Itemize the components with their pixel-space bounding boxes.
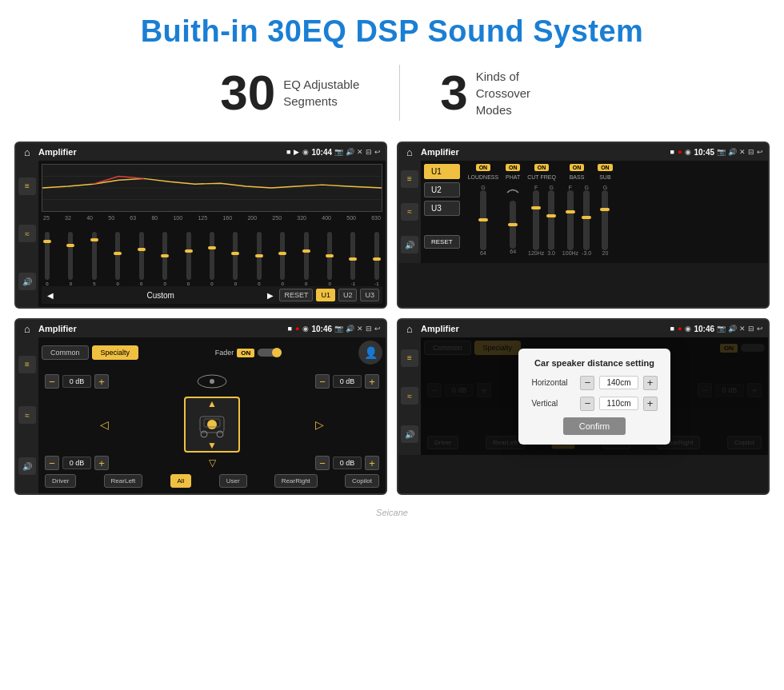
- speaker-content: ≡ ≈ 🔊 Common Specialty Fader ON: [16, 337, 386, 493]
- eq-u3-btn[interactable]: U3: [360, 289, 379, 301]
- eq-u2-btn[interactable]: U2: [338, 289, 358, 301]
- back-icon-2: ↩: [757, 148, 763, 156]
- loudness-toggle[interactable]: ON: [476, 164, 491, 171]
- home-icon-4[interactable]: ⌂: [403, 322, 416, 335]
- crossover-sidebar: ≡ ≈ 🔊: [398, 161, 421, 263]
- right-arrow-btn[interactable]: ▷: [315, 418, 324, 431]
- left-arrow-btn[interactable]: ◁: [100, 418, 109, 431]
- horizontal-plus[interactable]: +: [643, 376, 658, 390]
- u3-btn[interactable]: U3: [424, 201, 460, 216]
- eq-slider-14[interactable]: -1: [350, 232, 355, 286]
- eq-slider-7[interactable]: 0: [186, 232, 191, 286]
- time-2: 10:45: [694, 148, 714, 157]
- fader-label: Fader: [215, 349, 234, 357]
- record-icon-1: ■: [286, 148, 290, 156]
- volume-icon-2: 🔊: [728, 148, 737, 156]
- bass-toggle[interactable]: ON: [570, 164, 585, 171]
- all-btn[interactable]: All: [170, 474, 192, 488]
- sidebar-wave-btn-3[interactable]: ≈: [18, 406, 36, 424]
- eq-reset-btn[interactable]: RESET: [279, 289, 313, 301]
- sidebar-wave-btn[interactable]: ≈: [18, 225, 36, 242]
- eq-slider-6[interactable]: 0: [162, 232, 167, 286]
- eq-slider-5[interactable]: 0: [139, 232, 144, 286]
- phat-toggle[interactable]: ON: [506, 164, 521, 171]
- horizontal-label: Horizontal: [531, 378, 575, 387]
- horizontal-minus[interactable]: −: [580, 376, 594, 390]
- db-control-tr: − 0 dB +: [315, 374, 379, 389]
- db-minus-tr[interactable]: −: [315, 374, 330, 389]
- u2-btn[interactable]: U2: [424, 182, 460, 197]
- home-icon-3[interactable]: ⌂: [21, 322, 34, 335]
- status-bar-3: ⌂ Amplifier ■ ● ◉ 10:46 📷 🔊 ✕ ⊟ ↩: [16, 320, 386, 337]
- stat-eq-number: 30: [220, 68, 275, 118]
- sidebar-vol-btn[interactable]: 🔊: [18, 273, 36, 290]
- eq-slider-15[interactable]: -1: [374, 232, 379, 286]
- vertical-value: 110cm: [599, 397, 638, 410]
- eq-slider-12[interactable]: 0: [304, 232, 309, 286]
- eq-slider-4[interactable]: 0: [115, 232, 120, 286]
- speaker-top-center: [192, 369, 232, 393]
- db-minus-tl[interactable]: −: [45, 374, 59, 389]
- eq-next-btn[interactable]: ▶: [265, 290, 276, 301]
- db-plus-br[interactable]: +: [365, 456, 379, 470]
- eq-slider-8[interactable]: 0: [210, 232, 214, 286]
- eq-u1-btn[interactable]: U1: [316, 289, 335, 301]
- rear-left-btn[interactable]: RearLeft: [104, 474, 143, 488]
- eq-prev-btn[interactable]: ◀: [45, 290, 56, 301]
- screens-grid: ⌂ Amplifier ■ ▶ ◉ 10:44 📷 🔊 ✕ ⊟ ↩ ≡ ≈ 🔊: [0, 135, 784, 505]
- home-icon-2[interactable]: ⌂: [403, 146, 416, 158]
- horizontal-row: Horizontal − 140cm +: [531, 376, 657, 390]
- db-plus-tr[interactable]: +: [365, 374, 379, 389]
- sidebar-vol-btn-2[interactable]: 🔊: [401, 236, 418, 253]
- driver-btn[interactable]: Driver: [45, 474, 76, 488]
- db-minus-bl[interactable]: −: [45, 456, 59, 470]
- app-title-4: Amplifier: [421, 324, 667, 333]
- bottom-center-arrow: ▽: [209, 457, 216, 469]
- sub-toggle[interactable]: ON: [598, 164, 613, 171]
- location-icon-2: ◉: [685, 148, 691, 156]
- tab-common[interactable]: Common: [42, 345, 89, 360]
- rear-right-btn[interactable]: RearRight: [274, 474, 318, 488]
- copilot-btn[interactable]: Copilot: [345, 474, 379, 488]
- db-minus-br[interactable]: −: [315, 456, 330, 470]
- window-icon-2: ⊟: [748, 148, 754, 156]
- eq-slider-1[interactable]: 0: [45, 232, 50, 286]
- volume-icon-3: 🔊: [346, 325, 354, 333]
- sidebar-wave-btn-2[interactable]: ≈: [401, 203, 418, 221]
- svg-rect-7: [204, 419, 220, 427]
- eq-display: 2532 4050 6380 100125 160200 250320 4005…: [38, 161, 386, 307]
- window-icon-1: ⊟: [366, 148, 372, 156]
- u1-btn[interactable]: U1: [424, 164, 460, 179]
- db-plus-bl[interactable]: +: [94, 456, 109, 470]
- confirm-btn[interactable]: Confirm: [563, 417, 626, 435]
- eq-slider-2[interactable]: 0: [68, 232, 73, 286]
- sidebar-eq-btn[interactable]: ≡: [18, 177, 36, 195]
- eq-slider-3[interactable]: 5: [92, 232, 97, 286]
- sidebar-wave-btn-4[interactable]: ≈: [401, 387, 418, 405]
- reset-btn[interactable]: RESET: [424, 235, 460, 249]
- eq-slider-10[interactable]: 0: [257, 232, 262, 286]
- play-icon-1: ▶: [294, 148, 299, 156]
- vertical-minus[interactable]: −: [580, 397, 594, 411]
- app-title-2: Amplifier: [421, 147, 667, 157]
- sidebar-vol-btn-4[interactable]: 🔊: [401, 425, 418, 443]
- eq-slider-13[interactable]: 0: [327, 232, 332, 286]
- sidebar-vol-btn-3[interactable]: 🔊: [18, 457, 36, 475]
- app-title-3: Amplifier: [38, 324, 285, 333]
- back-icon-3: ↩: [374, 325, 381, 333]
- record-icon-3: ■: [288, 325, 292, 333]
- user-btn[interactable]: User: [219, 474, 247, 488]
- sidebar-eq-btn-3[interactable]: ≡: [18, 356, 36, 373]
- vertical-plus[interactable]: +: [643, 397, 658, 411]
- sidebar-eq-btn-4[interactable]: ≡: [401, 349, 418, 367]
- close-icon-3: ✕: [357, 325, 363, 333]
- camera-icon-2: 📷: [717, 148, 726, 156]
- tab-specialty[interactable]: Specialty: [92, 345, 139, 360]
- eq-slider-11[interactable]: 0: [280, 232, 285, 286]
- cutfreq-toggle[interactable]: ON: [534, 164, 550, 171]
- home-icon-1[interactable]: ⌂: [21, 146, 34, 158]
- sidebar-eq-btn-2[interactable]: ≡: [401, 170, 418, 188]
- db-plus-tl[interactable]: +: [94, 374, 109, 389]
- eq-slider-9[interactable]: 0: [233, 232, 238, 286]
- fader-toggle[interactable]: ON: [237, 349, 254, 357]
